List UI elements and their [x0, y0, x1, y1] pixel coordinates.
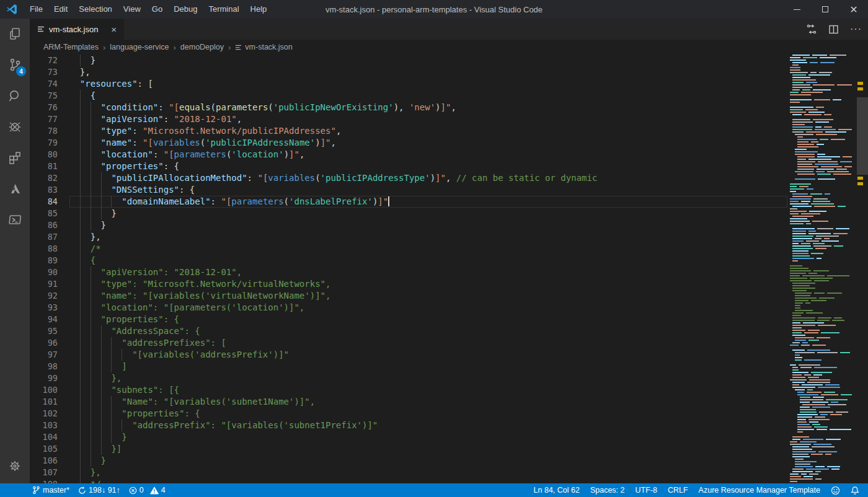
code-line[interactable]: "condition": "[equals(parameters('public… [69, 102, 787, 113]
window-title: vm-stack.json - personal-arm-templates -… [326, 5, 542, 14]
source-control-badge: 4 [16, 66, 26, 76]
close-button[interactable]: ✕ [839, 0, 868, 19]
language-mode[interactable]: Azure Resource Manager Template [699, 486, 820, 495]
code-line[interactable]: }, [69, 66, 787, 78]
indent-guide [91, 420, 91, 431]
activity-source-control[interactable]: 4 [0, 50, 30, 81]
breadcrumb-file[interactable]: vm-stack.json [245, 43, 292, 51]
tab-close-icon[interactable]: × [110, 24, 118, 35]
minimize-button[interactable] [782, 0, 811, 19]
line-number: 75 [30, 90, 69, 102]
minimap[interactable] [787, 55, 857, 483]
code-line[interactable]: }] [69, 443, 787, 455]
menu-terminal[interactable]: Terminal [203, 0, 244, 19]
code-line[interactable]: { [69, 255, 787, 266]
code-line[interactable]: } [69, 219, 787, 231]
code-line[interactable]: "type": "Microsoft.Network/publicIPAddre… [69, 125, 787, 137]
code-line[interactable]: "DNSSettings": { [69, 184, 787, 196]
code-line[interactable]: "properties": { [69, 408, 787, 420]
minimap-line [790, 255, 857, 257]
more-actions-icon[interactable]: ··· [850, 24, 862, 35]
code-line[interactable]: }, [69, 231, 787, 243]
code-line[interactable]: "resources": [ [69, 78, 787, 90]
activity-powershell[interactable] [0, 205, 30, 235]
branch-status[interactable]: master* [32, 486, 69, 495]
code-line[interactable]: /* [69, 243, 787, 255]
activity-debug[interactable] [0, 112, 30, 143]
code-line[interactable]: } [69, 431, 787, 443]
code-line[interactable]: { [69, 90, 787, 102]
code-line[interactable]: "location": "[parameters('location')]", [69, 302, 787, 314]
indent-guide [101, 196, 102, 208]
code-line[interactable]: "type": "Microsoft.Network/virtualNetwor… [69, 278, 787, 290]
azure-icon [7, 181, 23, 197]
maximize-button[interactable] [811, 0, 839, 19]
indent-guide [80, 125, 81, 137]
code-line[interactable]: }, [69, 467, 787, 478]
line-number: 101 [30, 396, 69, 408]
breadcrumb-folder[interactable]: ARM-Templates [43, 43, 99, 51]
open-changes-icon[interactable] [806, 24, 817, 35]
menu-view[interactable]: View [118, 0, 146, 19]
menu-go[interactable]: Go [146, 0, 168, 19]
code-line[interactable]: } [69, 208, 787, 219]
menu-edit[interactable]: Edit [48, 0, 73, 19]
code-line[interactable]: "name": "[variables('virtualNetworkName'… [69, 290, 787, 302]
code-line[interactable]: "apiVersion": "2018-12-01", [69, 113, 787, 125]
activity-settings[interactable] [0, 451, 30, 481]
code-line[interactable]: "location": "[parameters('location')]", [69, 149, 787, 161]
indentation[interactable]: Spaces: 2 [590, 486, 625, 495]
code-line[interactable]: "apiVersion": "2018-12-01", [69, 266, 787, 278]
problems-status[interactable]: 0 4 [129, 486, 166, 495]
code-line[interactable]: "Name": "[variables('subnet1Name')]", [69, 396, 787, 408]
code-line[interactable]: "subnets": [{ [69, 384, 787, 396]
menu-selection[interactable]: Selection [73, 0, 117, 19]
cursor-position[interactable]: Ln 84, Col 62 [534, 486, 580, 495]
indent-guide [101, 184, 102, 196]
encoding[interactable]: UTF-8 [636, 486, 657, 495]
minimap-line [790, 322, 857, 323]
line-number: 105 [30, 443, 69, 455]
minimap-line [790, 431, 857, 433]
breadcrumb-folder[interactable]: demoDeploy [180, 43, 224, 51]
activity-search[interactable] [0, 81, 30, 112]
code-line[interactable]: "properties": { [69, 161, 787, 172]
minimap-line [790, 109, 857, 110]
code-area[interactable]: } }, "resources": [ { "condition": "[equ… [69, 55, 787, 483]
code-line[interactable]: "AddressSpace": { [69, 325, 787, 337]
activity-azure[interactable] [0, 174, 30, 205]
minimap-line [790, 354, 857, 356]
code-line[interactable]: "domainNameLabel": "[parameters('dnsLabe… [69, 196, 787, 208]
code-line[interactable]: "[variables('addressPrefix')]" [69, 349, 787, 361]
code-line[interactable]: ] [69, 361, 787, 372]
indent-guide [80, 196, 81, 208]
code-line[interactable]: }, [69, 372, 787, 384]
scrollbar-thumb[interactable] [857, 97, 868, 175]
code-line[interactable]: } [69, 55, 787, 66]
code-line[interactable]: "name": "[variables('publicIPAddressName… [69, 137, 787, 149]
eol-sequence[interactable]: CRLF [668, 486, 688, 495]
notifications-button[interactable] [851, 486, 859, 495]
line-number: 90 [30, 266, 69, 278]
code-line[interactable]: */ [69, 478, 787, 483]
code-line[interactable]: "properties": { [69, 314, 787, 325]
sync-status[interactable]: 198↓ 91↑ [78, 486, 120, 495]
breadcrumbs: ARM-Templates › language-service › demoD… [30, 40, 868, 55]
activity-explorer[interactable] [0, 19, 30, 50]
menu-file[interactable]: File [24, 0, 48, 19]
tab-vm-stack-json[interactable]: vm-stack.json × [30, 19, 124, 40]
code-line[interactable]: "publicIPAllocationMethod": "[variables(… [69, 172, 787, 184]
activity-extensions[interactable] [0, 143, 30, 174]
minimap-line [790, 476, 857, 477]
line-number: 78 [30, 125, 69, 137]
minimap-line [790, 201, 857, 202]
minimap-line [790, 231, 857, 232]
code-line[interactable]: "addressPrefix": "[variables('subnet1Pre… [69, 420, 787, 431]
menu-help[interactable]: Help [245, 0, 273, 19]
split-editor-icon[interactable] [828, 24, 839, 35]
code-line[interactable]: "addressPrefixes": [ [69, 337, 787, 349]
code-line[interactable]: } [69, 455, 787, 467]
menu-debug[interactable]: Debug [168, 0, 203, 19]
feedback-button[interactable] [831, 486, 840, 495]
breadcrumb-folder[interactable]: language-service [110, 43, 169, 51]
